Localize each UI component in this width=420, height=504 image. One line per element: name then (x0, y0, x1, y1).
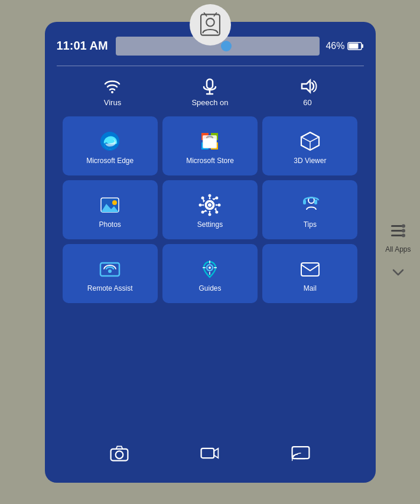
speech-label: Speech on (191, 98, 228, 107)
tips-icon (298, 193, 322, 217)
video-button[interactable] (199, 443, 220, 466)
divider-top (57, 66, 364, 66)
wifi-icon (103, 77, 122, 96)
settings-icon (198, 193, 222, 217)
svg-marker-20 (301, 132, 319, 142)
top-profile-icon[interactable] (190, 4, 231, 45)
app-tile-photos[interactable]: Photos (63, 180, 158, 239)
mail-icon (298, 257, 322, 281)
volume-label: 60 (303, 98, 311, 107)
svg-rect-50 (301, 263, 319, 276)
photos-label: Photos (99, 220, 121, 229)
all-apps-icon (390, 223, 406, 242)
svg-point-60 (402, 229, 405, 232)
bottom-toolbar (57, 438, 364, 471)
svg-rect-18 (203, 138, 216, 148)
cast-button[interactable] (290, 443, 311, 466)
app-tile-microsoft-store[interactable]: Microsoft Store (162, 116, 258, 175)
chevron-down-icon (391, 265, 405, 279)
svg-rect-53 (201, 448, 214, 457)
camera-button[interactable] (109, 443, 130, 466)
volume-toggle[interactable]: 60 (298, 77, 317, 107)
all-apps-section[interactable]: All Apps (385, 223, 411, 253)
svg-point-52 (116, 451, 123, 459)
svg-point-33 (201, 196, 204, 199)
3dviewer-icon (298, 129, 322, 153)
toggles-row: Virus Speech on 60 (57, 73, 364, 110)
all-apps-label: All Apps (385, 245, 411, 253)
cast-icon (290, 443, 311, 464)
app-tile-guides[interactable]: Guides (162, 244, 258, 303)
svg-rect-41 (314, 200, 317, 204)
guides-label: Guides (198, 284, 221, 292)
mail-label: Mail (304, 284, 317, 292)
svg-point-34 (216, 210, 219, 213)
svg-rect-40 (303, 200, 306, 204)
remoteassist-icon (98, 257, 122, 281)
edge-label: Microsoft Edge (86, 157, 134, 165)
guides-icon (198, 257, 222, 281)
store-label: Microsoft Store (186, 157, 234, 165)
3dviewer-label: 3D Viewer (294, 157, 326, 165)
remoteassist-label: Remote Assist (87, 284, 133, 292)
chevron-down-button[interactable] (391, 265, 405, 282)
battery-area: 46% (325, 41, 363, 51)
app-tile-settings[interactable]: Settings (162, 180, 258, 239)
svg-rect-8 (207, 79, 213, 89)
svg-point-36 (201, 210, 204, 213)
svg-point-7 (111, 91, 113, 93)
svg-point-30 (209, 213, 211, 216)
svg-rect-5 (349, 43, 358, 48)
edge-icon (98, 129, 122, 153)
svg-point-59 (402, 224, 405, 227)
svg-point-38 (208, 203, 211, 207)
svg-point-27 (112, 200, 117, 205)
screen-container: 11:01 AM 46% (45, 22, 376, 483)
svg-point-45 (209, 266, 211, 269)
main-panel: 11:01 AM 46% (45, 22, 376, 483)
svg-point-1 (206, 18, 214, 26)
volume-icon (298, 77, 317, 96)
wifi-toggle[interactable]: Virus (103, 77, 122, 107)
svg-point-35 (216, 196, 219, 199)
clock: 11:01 AM (57, 39, 110, 53)
video-icon (199, 443, 220, 464)
svg-rect-6 (362, 44, 363, 48)
app-tile-microsoft-edge[interactable]: Microsoft Edge (63, 116, 158, 175)
battery-percent: 46% (325, 41, 344, 51)
store-icon (198, 129, 222, 153)
svg-point-43 (108, 269, 112, 273)
svg-marker-11 (302, 80, 310, 92)
microphone-icon (200, 77, 219, 96)
svg-point-29 (209, 194, 211, 197)
photos-icon (98, 193, 122, 217)
app-tile-remote-assist[interactable]: Remote Assist (63, 244, 158, 303)
svg-point-61 (402, 233, 405, 237)
app-tile-mail[interactable]: Mail (262, 244, 357, 303)
speech-toggle[interactable]: Speech on (191, 77, 228, 107)
tips-label: Tips (304, 220, 317, 229)
apps-grid: Microsoft Edge Microsoft Store (57, 116, 364, 303)
app-tile-3d-viewer[interactable]: 3D Viewer (262, 116, 357, 175)
wifi-label: Virus (104, 98, 121, 107)
svg-point-31 (199, 203, 202, 206)
settings-label: Settings (197, 220, 223, 229)
app-tile-tips[interactable]: Tips (262, 180, 357, 239)
notification-dot (221, 41, 232, 51)
svg-rect-54 (292, 447, 309, 459)
svg-point-32 (218, 203, 221, 206)
camera-icon (109, 443, 130, 464)
right-sidebar: All Apps (385, 223, 411, 282)
battery-icon (347, 41, 364, 51)
